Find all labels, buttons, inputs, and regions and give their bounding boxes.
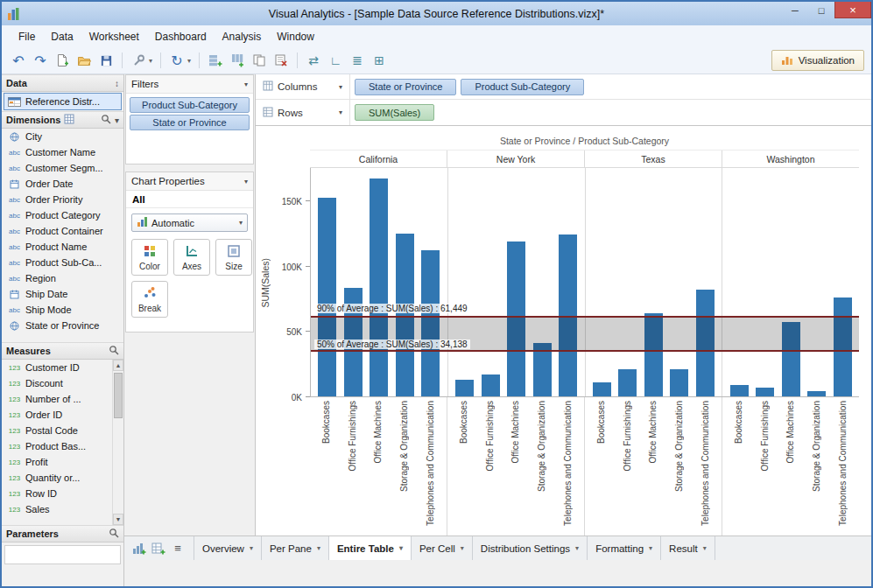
scrollbar[interactable]: ▲ ▼: [112, 360, 123, 525]
measure-item-sales[interactable]: 123Sales: [2, 501, 112, 517]
dimension-item-state-or-province[interactable]: State or Province: [2, 318, 123, 333]
chevron-down-icon[interactable]: ▾: [575, 544, 579, 552]
filters-shelf[interactable]: Product Sub-CategoryState or Province: [126, 94, 253, 164]
dimension-item-city[interactable]: City: [2, 129, 123, 144]
column-pill-product-sub-category[interactable]: Product Sub-Category: [461, 79, 584, 95]
chevron-down-icon[interactable]: ▾: [339, 108, 342, 116]
chevron-down-icon[interactable]: ▾: [115, 116, 119, 125]
dimension-item-order-priority[interactable]: abcOrder Priority: [2, 192, 123, 207]
scroll-up-icon[interactable]: ▲: [113, 360, 123, 371]
swap-axes-icon[interactable]: ⇄: [304, 51, 323, 70]
scroll-down-icon[interactable]: ▼: [113, 514, 123, 525]
tab-formatting[interactable]: Formatting▾: [588, 536, 661, 560]
columns-shelf-label[interactable]: Columns ▾: [256, 74, 350, 99]
scrollbar-thumb[interactable]: [114, 373, 123, 418]
dimension-item-product-name[interactable]: abcProduct Name: [2, 239, 123, 255]
chevron-down-icon[interactable]: ▾: [461, 544, 464, 552]
axes-icon[interactable]: ∟: [326, 51, 345, 70]
dimension-item-order-date[interactable]: Order Date: [2, 176, 123, 192]
mark-type-select[interactable]: Automatic ▾: [131, 214, 248, 232]
measure-item-order-id[interactable]: 123Order ID: [2, 407, 112, 423]
chevron-down-icon[interactable]: ▾: [250, 544, 253, 552]
new-visualization-icon[interactable]: [130, 540, 148, 557]
tab-per-cell[interactable]: Per Cell▾: [412, 536, 473, 560]
visualization-button[interactable]: Visualization: [771, 50, 864, 71]
bar-texas-bookcases[interactable]: [593, 382, 611, 396]
menu-worksheet[interactable]: Worksheet: [81, 28, 147, 46]
menu-analysis[interactable]: Analysis: [215, 28, 270, 46]
open-icon[interactable]: [74, 51, 94, 70]
measure-item-row-id[interactable]: 123Row ID: [2, 486, 112, 501]
chevron-down-icon[interactable]: ▾: [187, 57, 191, 65]
rows-shelf-label[interactable]: Rows ▾: [256, 100, 350, 125]
chevron-down-icon[interactable]: ▾: [149, 57, 152, 65]
chevron-down-icon[interactable]: ▾: [317, 544, 320, 552]
title-bar[interactable]: Visual Analytics - [Sample Data Source R…: [2, 2, 871, 25]
filter-pill-state-or-province[interactable]: State or Province: [130, 115, 250, 130]
menu-file[interactable]: File: [11, 28, 43, 46]
menu-dashboard[interactable]: Dashboard: [147, 28, 215, 46]
undo-icon[interactable]: ↶: [9, 51, 28, 70]
tab-entire-table[interactable]: Entire Table▾: [329, 536, 412, 560]
break-button[interactable]: Break: [131, 281, 168, 318]
plot-area[interactable]: 90% of Average : SUM(Sales) : 61,44950% …: [310, 168, 859, 397]
measure-item-customer-id[interactable]: 123Customer ID: [2, 360, 112, 375]
measure-item-quantity-or[interactable]: 123Quantity or...: [2, 470, 112, 486]
menu-window[interactable]: Window: [269, 28, 322, 46]
column-pill-state-or-province[interactable]: State or Province: [355, 79, 456, 95]
parameters-area[interactable]: [4, 545, 121, 564]
clear-sheet-icon[interactable]: [271, 51, 291, 70]
view-data-icon[interactable]: [64, 114, 74, 126]
dimension-item-ship-mode[interactable]: abcShip Mode: [2, 302, 123, 318]
bar-washington-office-furnishings[interactable]: [756, 388, 774, 396]
rows-shelf[interactable]: SUM(Sales): [350, 100, 871, 125]
measure-item-product-bas[interactable]: 123Product Bas...: [2, 438, 112, 454]
tab-distribution-settings[interactable]: Distribution Settings▾: [473, 536, 588, 560]
close-button[interactable]: ×: [834, 2, 871, 18]
bar-texas-office-furnishings[interactable]: [618, 369, 637, 396]
bar-new-york-bookcases[interactable]: [455, 380, 474, 396]
refresh-icon[interactable]: ↻: [167, 51, 187, 70]
duplicate-sheet-icon[interactable]: [250, 51, 269, 70]
measure-item-postal-code[interactable]: 123Postal Code: [2, 423, 112, 438]
search-icon[interactable]: [109, 528, 119, 540]
axes-button[interactable]: Axes: [173, 239, 210, 276]
color-button[interactable]: Color: [131, 239, 168, 276]
tab-per-pane[interactable]: Per Pane▾: [262, 536, 329, 560]
chart-properties-header[interactable]: Chart Properties ▾: [126, 172, 253, 191]
filters-header[interactable]: Filters ▾: [126, 75, 253, 94]
bar-washington-storage-organization[interactable]: [807, 391, 826, 396]
scrollbar-track[interactable]: [113, 371, 123, 514]
tab-overview[interactable]: Overview▾: [194, 536, 262, 560]
bar-california-office-machines[interactable]: [370, 178, 388, 396]
bar-texas-storage-organization[interactable]: [670, 369, 688, 396]
chevron-down-icon[interactable]: ▾: [244, 80, 248, 88]
search-icon[interactable]: [109, 345, 119, 357]
dimension-item-customer-segm[interactable]: abcCustomer Segm...: [2, 160, 123, 176]
redo-icon[interactable]: ↷: [31, 51, 50, 70]
bar-new-york-office-furnishings[interactable]: [482, 374, 500, 396]
save-icon[interactable]: [96, 51, 116, 70]
add-rows-icon[interactable]: [206, 51, 225, 70]
row-pill-sum-sales[interactable]: SUM(Sales): [355, 104, 434, 121]
format-icon[interactable]: [129, 51, 148, 70]
search-icon[interactable]: [101, 114, 111, 126]
measure-item-number-of[interactable]: 123Number of ...: [2, 391, 112, 407]
maximize-button[interactable]: □: [808, 2, 834, 18]
pane-resize-icon[interactable]: ↕: [115, 79, 119, 88]
sheet-list-icon[interactable]: ≡: [169, 540, 187, 557]
tab-result[interactable]: Result▾: [661, 536, 715, 560]
chevron-down-icon[interactable]: ▾: [399, 544, 403, 552]
measure-item-profit[interactable]: 123Profit: [2, 454, 112, 470]
dimension-item-product-container[interactable]: abcProduct Container: [2, 223, 123, 239]
dimension-item-product-sub-ca[interactable]: abcProduct Sub-Ca...: [2, 255, 123, 270]
new-sheet-grid-icon[interactable]: [150, 540, 167, 557]
columns-shelf[interactable]: State or ProvinceProduct Sub-Category: [350, 74, 871, 99]
new-sheet-icon[interactable]: [53, 51, 72, 70]
chevron-down-icon[interactable]: ▾: [703, 544, 707, 552]
dimension-item-region[interactable]: abcRegion: [2, 270, 123, 286]
measure-item-discount[interactable]: 123Discount: [2, 375, 112, 391]
minimize-button[interactable]: ─: [782, 2, 808, 18]
sort-icon[interactable]: ≣: [348, 51, 367, 70]
dimension-item-product-category[interactable]: abcProduct Category: [2, 207, 123, 223]
